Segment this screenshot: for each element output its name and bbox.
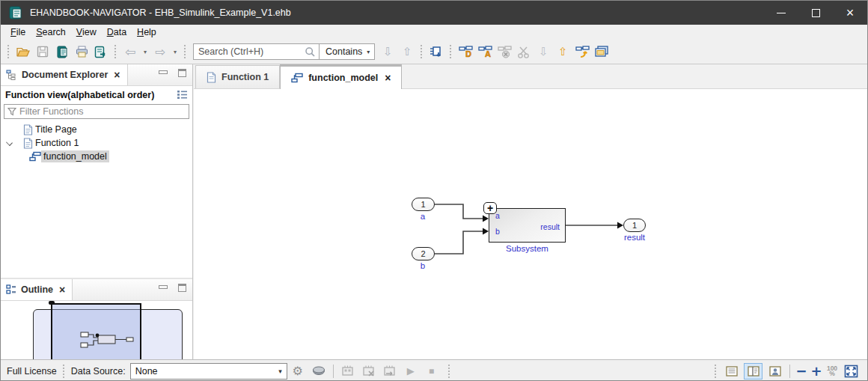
close-icon[interactable]: × — [59, 284, 65, 296]
go-to-parent-model-button[interactable] — [573, 43, 591, 61]
function-view-label: Function view(alphabetical order) — [5, 90, 177, 100]
tree-item-title-page[interactable]: Title Page — [1, 123, 192, 136]
menu-help[interactable]: Help — [132, 25, 162, 39]
view-mode-document-button[interactable] — [722, 363, 741, 380]
menu-file[interactable]: File — [5, 25, 31, 39]
calibration-data-2-icon[interactable] — [361, 364, 376, 379]
port-number: 1 — [421, 200, 425, 209]
statusbar-grip — [448, 365, 450, 378]
document-icon — [23, 138, 33, 149]
search-control: Contains ▾ — [193, 43, 375, 60]
model-icon — [29, 151, 41, 162]
inport-1-block[interactable]: 1 — [412, 198, 435, 211]
outline-panel: Outline × — [1, 278, 192, 359]
app-window: EHANDBOOK-NAVIGATOR - EHB_Simulink_Examp… — [0, 0, 868, 381]
dataset-layers-icon[interactable] — [311, 364, 326, 379]
document-icon — [207, 72, 216, 83]
filter-functions-input[interactable] — [19, 106, 186, 117]
menu-data[interactable]: Data — [102, 25, 132, 39]
tree-item-label: function_model — [41, 150, 109, 162]
stop-icon[interactable]: ■ — [424, 364, 439, 379]
minimize-button[interactable] — [764, 1, 798, 25]
tab-function-1[interactable]: Function 1 — [195, 65, 280, 88]
zoom-in-button[interactable]: + — [809, 363, 824, 379]
settings-gear-icon[interactable]: ⚙ — [290, 364, 305, 379]
data-source-dropdown[interactable]: None ▾ — [130, 363, 287, 380]
outline-title: Outline — [21, 284, 53, 295]
menu-search[interactable]: Search — [31, 25, 71, 39]
open-ebook-button[interactable] — [53, 43, 71, 61]
open-in-window-button[interactable] — [593, 43, 611, 61]
tab-label: Function 1 — [221, 72, 269, 82]
export-ebook-button[interactable] — [92, 43, 110, 61]
tab-function-model[interactable]: function_model × — [280, 64, 402, 89]
arrow-up-icon: ⇧ — [558, 46, 568, 58]
fit-to-view-button[interactable] — [843, 364, 858, 379]
subsystem-expand-button[interactable]: + — [483, 202, 497, 214]
tab-label: function_model — [308, 73, 378, 83]
close-icon[interactable]: × — [114, 69, 120, 81]
tree-item-label: Function 1 — [33, 137, 81, 149]
main-toolbar: ⇦ ▾ ⇨ ▾ Contains ▾ ⇩ ⇧ — [1, 40, 867, 64]
find-next-button[interactable]: ⇩ — [379, 43, 397, 61]
forward-history-dropdown[interactable]: ▾ — [171, 43, 180, 61]
model-canvas[interactable]: 1 a 2 b a b result + Subsystem 1 result — [194, 89, 868, 359]
back-history-dropdown[interactable]: ▾ — [141, 43, 150, 61]
outport-1-block[interactable]: 1 — [623, 219, 646, 232]
cut-model-button[interactable] — [515, 43, 533, 61]
document-explorer-tab[interactable]: Document Explorer × — [1, 64, 128, 85]
panel-minimize-icon[interactable] — [159, 70, 168, 74]
search-mode-dropdown[interactable]: Contains ▾ — [321, 46, 374, 57]
step-into-subsystem-button[interactable]: ⇩ — [534, 43, 552, 61]
tree-item-function-model[interactable]: function_model — [1, 150, 192, 163]
minimize-icon — [777, 13, 786, 13]
scissors-icon — [517, 46, 531, 58]
search-input[interactable] — [194, 45, 305, 58]
menu-bar: File Search View Data Help — [1, 25, 867, 40]
close-button[interactable]: × — [833, 1, 867, 25]
panel-maximize-icon[interactable] — [178, 69, 186, 77]
show-data-button[interactable]: D — [456, 43, 474, 61]
arrowhead-icon — [483, 216, 489, 222]
open-file-button[interactable] — [14, 43, 32, 61]
chevron-down-icon[interactable] — [6, 139, 13, 146]
close-icon: × — [846, 9, 855, 16]
view-mode-person-button[interactable] — [765, 363, 784, 380]
panel-minimize-icon[interactable] — [159, 285, 168, 289]
data-source-label: Data Source: — [71, 366, 126, 377]
forward-button[interactable]: ⇨ — [151, 43, 169, 61]
maximize-button[interactable] — [798, 1, 833, 25]
block-pins-icon — [430, 46, 443, 58]
back-button[interactable]: ⇦ — [121, 43, 139, 61]
panel-maximize-icon[interactable] — [178, 284, 186, 292]
zoom-out-button[interactable]: − — [794, 363, 809, 379]
view-menu-icon[interactable] — [177, 90, 188, 100]
calibration-data-1-icon[interactable] — [340, 364, 355, 379]
view-mode-split-button[interactable] — [744, 363, 762, 380]
caret-down-icon: ▾ — [174, 49, 177, 55]
show-annotations-button[interactable]: A — [476, 43, 494, 61]
find-previous-button[interactable]: ⇧ — [398, 43, 416, 61]
print-icon — [76, 46, 88, 58]
svg-text:D: D — [465, 49, 471, 58]
back-icon: ⇦ — [125, 46, 135, 58]
insert-block-button[interactable] — [427, 43, 445, 61]
subsystem-block[interactable]: a b result — [489, 208, 566, 243]
zoom-level-button[interactable]: 100 % — [824, 366, 840, 377]
calibration-data-3-icon[interactable] — [382, 364, 397, 379]
function-tree: Title Page Function 1 — [1, 121, 192, 163]
tree-item-function-1[interactable]: Function 1 — [1, 136, 192, 150]
document-view-icon — [726, 366, 738, 377]
print-button[interactable] — [73, 43, 91, 61]
save-button[interactable] — [34, 43, 52, 61]
menu-view[interactable]: View — [71, 25, 102, 39]
outline-thumbnail[interactable] — [1, 301, 192, 360]
outline-icon — [6, 284, 16, 295]
outline-tab[interactable]: Outline × — [1, 279, 73, 300]
divider — [319, 44, 320, 59]
play-icon[interactable]: ▶ — [403, 364, 418, 379]
tab-close-icon[interactable]: × — [385, 72, 391, 84]
inport-2-block[interactable]: 2 — [412, 247, 435, 260]
remove-highlight-button[interactable] — [495, 43, 513, 61]
step-out-subsystem-button[interactable]: ⇧ — [554, 43, 572, 61]
